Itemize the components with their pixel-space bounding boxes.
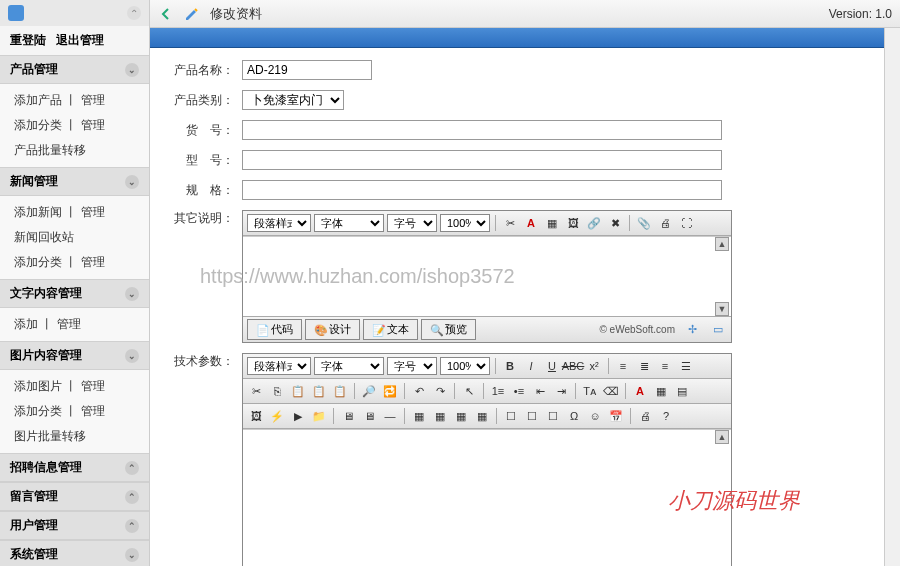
- menu-item-0-0[interactable]: 添加产品 丨 管理: [0, 88, 149, 113]
- menu-item-2-0[interactable]: 添加 丨 管理: [0, 312, 149, 337]
- size-select-2[interactable]: 字号: [387, 357, 437, 375]
- flash-icon[interactable]: ⚡: [268, 407, 286, 425]
- menu-header-7[interactable]: 系统管理⌄: [0, 540, 149, 566]
- menu-item-3-0[interactable]: 添加图片 丨 管理: [0, 374, 149, 399]
- menu-item-0-2[interactable]: 产品批量转移: [0, 138, 149, 163]
- menu-header-0[interactable]: 产品管理⌄: [0, 55, 149, 84]
- scroll-up-icon-2[interactable]: ▲: [715, 430, 729, 444]
- main-scrollbar[interactable]: [884, 28, 900, 566]
- attach-icon[interactable]: 📎: [635, 214, 653, 232]
- text-color-icon[interactable]: Tᴀ: [581, 382, 599, 400]
- print-icon-2[interactable]: 🖨: [636, 407, 654, 425]
- form2-icon[interactable]: ☐: [523, 407, 541, 425]
- undo-icon[interactable]: ↶: [410, 382, 428, 400]
- image-icon[interactable]: 🖼: [564, 214, 582, 232]
- underline-icon[interactable]: U: [543, 357, 561, 375]
- zoom-select[interactable]: 100%: [440, 214, 490, 232]
- chevron-up-icon[interactable]: ⌃: [125, 519, 139, 533]
- align-justify-icon[interactable]: ☰: [677, 357, 695, 375]
- chevron-up-icon[interactable]: ⌃: [125, 490, 139, 504]
- ol-icon[interactable]: 1≡: [489, 382, 507, 400]
- form-icon[interactable]: ☐: [502, 407, 520, 425]
- screen2-icon[interactable]: 🖥: [360, 407, 378, 425]
- bold-icon[interactable]: B: [501, 357, 519, 375]
- media-icon[interactable]: ▶: [289, 407, 307, 425]
- img-icon[interactable]: 🖼: [247, 407, 265, 425]
- tab-preview[interactable]: 🔍预览: [421, 319, 476, 340]
- chevron-up-icon[interactable]: ⌃: [125, 461, 139, 475]
- chevron-down-icon[interactable]: ⌄: [125, 349, 139, 363]
- print-icon[interactable]: 🖨: [656, 214, 674, 232]
- menu-header-4[interactable]: 招聘信息管理⌃: [0, 453, 149, 482]
- outdent-icon[interactable]: ⇤: [531, 382, 549, 400]
- edit-profile-icon[interactable]: [184, 6, 200, 22]
- fullscreen-icon[interactable]: ⛶: [677, 214, 695, 232]
- menu-header-2[interactable]: 文字内容管理⌄: [0, 279, 149, 308]
- menu-header-1[interactable]: 新闻管理⌄: [0, 167, 149, 196]
- tab-code[interactable]: 📄代码: [247, 319, 302, 340]
- chevron-down-icon[interactable]: ⌄: [125, 287, 139, 301]
- align-left-icon[interactable]: ≡: [614, 357, 632, 375]
- help-icon[interactable]: ?: [657, 407, 675, 425]
- ul-icon[interactable]: •≡: [510, 382, 528, 400]
- date-icon[interactable]: 📅: [607, 407, 625, 425]
- screen-icon[interactable]: 🖥: [339, 407, 357, 425]
- copy-icon[interactable]: ⎘: [268, 382, 286, 400]
- paste-icon[interactable]: 📋: [289, 382, 307, 400]
- back-icon[interactable]: [158, 6, 174, 22]
- table4-icon[interactable]: ▦: [473, 407, 491, 425]
- menu-item-1-2[interactable]: 添加分类 丨 管理: [0, 250, 149, 275]
- file-icon[interactable]: 📁: [310, 407, 328, 425]
- bg-color-icon[interactable]: ▦: [543, 214, 561, 232]
- table2-icon[interactable]: ▦: [431, 407, 449, 425]
- item-no-input[interactable]: [242, 120, 722, 140]
- pointer-icon[interactable]: ↖: [460, 382, 478, 400]
- strike-icon[interactable]: ABC: [564, 357, 582, 375]
- chevron-down-icon[interactable]: ⌄: [125, 548, 139, 562]
- tool-icon[interactable]: ✖: [606, 214, 624, 232]
- highlight-icon[interactable]: ▦: [652, 382, 670, 400]
- chars-icon[interactable]: Ω: [565, 407, 583, 425]
- replace-icon[interactable]: 🔁: [381, 382, 399, 400]
- align-right-icon[interactable]: ≡: [656, 357, 674, 375]
- form3-icon[interactable]: ☐: [544, 407, 562, 425]
- collapse-icon[interactable]: ⌃: [127, 6, 141, 20]
- category-select[interactable]: 卜免漆室内门: [242, 90, 344, 110]
- hr-icon[interactable]: —: [381, 407, 399, 425]
- find-icon[interactable]: 🔎: [360, 382, 378, 400]
- font-color-icon[interactable]: A: [522, 214, 540, 232]
- relogin-link[interactable]: 重登陆: [10, 33, 46, 47]
- remove-format-icon[interactable]: ⌫: [602, 382, 620, 400]
- logout-link[interactable]: 退出管理: [56, 33, 104, 47]
- scroll-down-icon[interactable]: ▼: [715, 302, 729, 316]
- para-style-select-2[interactable]: 段落样式: [247, 357, 311, 375]
- para-style-select[interactable]: 段落样式: [247, 214, 311, 232]
- fontcolor-icon[interactable]: A: [631, 382, 649, 400]
- product-name-input[interactable]: [242, 60, 372, 80]
- cut-icon-2[interactable]: ✂: [247, 382, 265, 400]
- table-icon[interactable]: ▦: [410, 407, 428, 425]
- chevron-down-icon[interactable]: ⌄: [125, 63, 139, 77]
- menu-item-0-1[interactable]: 添加分类 丨 管理: [0, 113, 149, 138]
- size-select[interactable]: 字号: [387, 214, 437, 232]
- expand-icon[interactable]: ✢: [683, 321, 701, 339]
- spec-input[interactable]: [242, 180, 722, 200]
- menu-item-3-2[interactable]: 图片批量转移: [0, 424, 149, 449]
- menu-item-3-1[interactable]: 添加分类 丨 管理: [0, 399, 149, 424]
- menu-item-1-1[interactable]: 新闻回收站: [0, 225, 149, 250]
- align-center-icon[interactable]: ≣: [635, 357, 653, 375]
- link-icon[interactable]: 🔗: [585, 214, 603, 232]
- menu-item-1-0[interactable]: 添加新闻 丨 管理: [0, 200, 149, 225]
- emoji-icon[interactable]: ☺: [586, 407, 604, 425]
- zoom-select-2[interactable]: 100%: [440, 357, 490, 375]
- cut-icon[interactable]: ✂: [501, 214, 519, 232]
- tab-text[interactable]: 📝文本: [363, 319, 418, 340]
- super-icon[interactable]: x²: [585, 357, 603, 375]
- model-input[interactable]: [242, 150, 722, 170]
- tab-design[interactable]: 🎨设计: [305, 319, 360, 340]
- indent-icon[interactable]: ⇥: [552, 382, 570, 400]
- table3-icon[interactable]: ▦: [452, 407, 470, 425]
- menu-header-3[interactable]: 图片内容管理⌄: [0, 341, 149, 370]
- scroll-up-icon[interactable]: ▲: [715, 237, 729, 251]
- editor-body-2[interactable]: ▲: [243, 429, 731, 566]
